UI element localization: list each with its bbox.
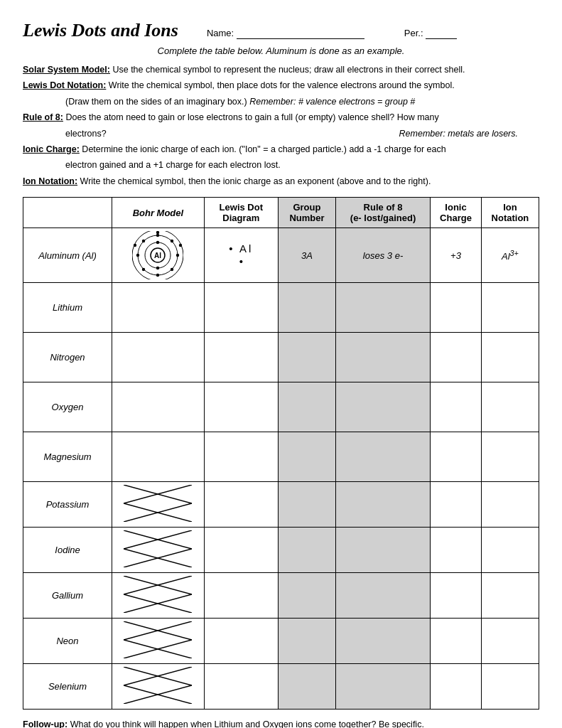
lewis-oxygen	[204, 382, 278, 432]
lewis-neon	[204, 619, 278, 664]
rule8-electrons: electrons?	[65, 127, 107, 141]
ion-lithium	[481, 283, 539, 333]
rule-oxygen	[335, 382, 430, 432]
main-table: Bohr Model Lewis DotDiagram GroupNumber …	[23, 197, 539, 710]
rule8-label: Rule of 8:	[23, 112, 63, 122]
table-row: Nitrogen	[23, 333, 539, 382]
rule-selenium	[335, 664, 430, 710]
bohr-neon	[112, 619, 205, 664]
table-row: Oxygen	[23, 382, 539, 432]
element-name: Aluminum (Al)	[23, 228, 112, 283]
followup-text: What do you think will happen when Lithi…	[70, 719, 424, 728]
ionic-magnesium	[431, 432, 482, 482]
ion-notation-text: Write the chemical symbol, then the ioni…	[80, 176, 431, 186]
svg-point-10	[176, 254, 179, 257]
ionic-al: +3	[431, 228, 482, 283]
lewis-iodine	[204, 528, 278, 573]
table-row: Iodine	[23, 528, 539, 573]
bohr-selenium	[112, 664, 205, 710]
subtitle: Complete the table below. Aluminum is do…	[23, 46, 539, 56]
ion-neon	[481, 619, 539, 664]
element-oxygen: Oxygen	[23, 382, 112, 432]
lewis-magnesium	[204, 432, 278, 482]
ion-oxygen	[481, 382, 539, 432]
table-row: Neon	[23, 619, 539, 664]
rule-neon	[335, 619, 430, 664]
rule-gallium	[335, 573, 430, 619]
svg-point-7	[156, 234, 159, 237]
rule8-text: Does the atom need to gain or lose elect…	[65, 112, 438, 122]
ionic-nitrogen	[431, 333, 482, 382]
page-title: Lewis Dots and Ions	[23, 20, 178, 41]
lewis-indent: (Draw them on the sides of an imaginary …	[65, 97, 415, 107]
rule-magnesium	[335, 432, 430, 482]
ion-gallium	[481, 573, 539, 619]
svg-text:Al: Al	[154, 252, 161, 259]
lewis-lithium	[204, 283, 278, 333]
bohr-iodine	[112, 528, 205, 573]
lewis-text: Write the chemical symbol, then place do…	[109, 80, 455, 90]
svg-point-8	[156, 274, 159, 277]
group-neon	[278, 619, 335, 664]
bohr-nitrogen	[112, 333, 205, 382]
ionic-potassium	[431, 482, 482, 528]
followup-label: Follow-up:	[23, 719, 67, 728]
table-row: Aluminum (Al) Al	[23, 228, 539, 283]
ionic-lithium	[431, 283, 482, 333]
rule-nitrogen	[335, 333, 430, 382]
table-row: Selenium	[23, 664, 539, 710]
rule-iodine	[335, 528, 430, 573]
group-nitrogen	[278, 333, 335, 382]
table-row: Magnesium	[23, 432, 539, 482]
element-potassium: Potassium	[23, 482, 112, 528]
group-al: 3A	[278, 228, 335, 283]
bohr-gallium	[112, 573, 205, 619]
ionic-indent: electron gained and a +1 charge for each…	[65, 160, 281, 170]
lewis-nitrogen	[204, 333, 278, 382]
name-underline[interactable]	[237, 28, 364, 39]
element-nitrogen: Nitrogen	[23, 333, 112, 382]
header-element	[23, 198, 112, 228]
solar-text: Use the chemical symbol to represent the…	[112, 65, 465, 75]
group-oxygen	[278, 382, 335, 432]
bohr-oxygen	[112, 382, 205, 432]
svg-point-14	[171, 268, 173, 271]
ion-magnesium	[481, 432, 539, 482]
per-underline[interactable]	[426, 28, 457, 39]
lewis-gallium	[204, 573, 278, 619]
svg-point-13	[142, 268, 145, 271]
svg-point-16	[134, 244, 136, 247]
svg-point-9	[136, 254, 139, 257]
svg-point-6	[156, 267, 159, 269]
ionic-gallium	[431, 573, 482, 619]
element-lithium: Lithium	[23, 283, 112, 333]
instructions: Solar System Model: Use the chemical sym…	[23, 63, 539, 188]
rule8-remember: Remember: metals are losers.	[399, 127, 518, 141]
group-gallium	[278, 573, 335, 619]
ion-iodine	[481, 528, 539, 573]
bohr-potassium	[112, 482, 205, 528]
lewis-label: Lewis Dot Notation:	[23, 80, 106, 90]
ionic-selenium	[431, 664, 482, 710]
table-row: Lithium	[23, 283, 539, 333]
name-label: Name:	[207, 28, 364, 39]
element-selenium: Selenium	[23, 664, 112, 710]
ion-potassium	[481, 482, 539, 528]
header-bohr: Bohr Model	[112, 198, 205, 228]
ionic-iodine	[431, 528, 482, 573]
bohr-magnesium	[112, 432, 205, 482]
group-selenium	[278, 664, 335, 710]
ion-notation-label: Ion Notation:	[23, 176, 77, 186]
bohr-lithium	[112, 283, 205, 333]
ionic-label: Ionic Charge:	[23, 144, 80, 154]
element-magnesium: Magnesium	[23, 432, 112, 482]
svg-point-11	[142, 240, 145, 242]
svg-point-17	[179, 244, 182, 247]
ion-selenium	[481, 664, 539, 710]
rule-potassium	[335, 482, 430, 528]
header-lewis: Lewis DotDiagram	[204, 198, 278, 228]
solar-label: Solar System Model:	[23, 65, 110, 75]
group-lithium	[278, 283, 335, 333]
lewis-potassium	[204, 482, 278, 528]
rule-al: loses 3 e-	[335, 228, 430, 283]
